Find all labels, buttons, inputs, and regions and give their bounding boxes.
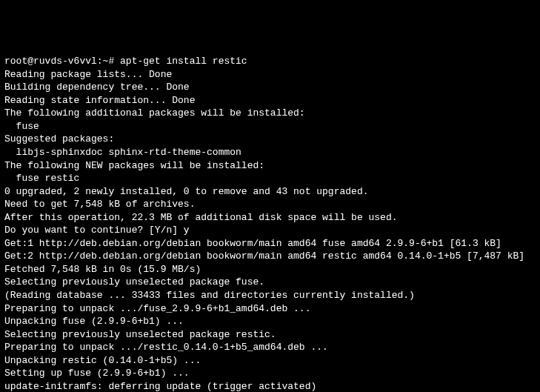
output-line: Need to get 7,548 kB of archives. (4, 198, 536, 211)
output-line: The following additional packages will b… (4, 107, 536, 120)
output-line: Get:1 http://deb.debian.org/debian bookw… (4, 237, 536, 250)
output-line: 0 upgraded, 2 newly installed, 0 to remo… (4, 185, 536, 199)
output-line: fuse restic (4, 172, 536, 185)
output-line: fuse (4, 120, 536, 133)
output-line: Get:2 http://deb.debian.org/debian bookw… (4, 250, 536, 263)
terminal-output[interactable]: root@ruvds-v6vvl:~# apt-get install rest… (4, 55, 536, 392)
output-line: Fetched 7,548 kB in 0s (15.9 MB/s) (4, 263, 536, 276)
output-line: Setting up fuse (2.9.9-6+b1) ... (4, 367, 536, 380)
terminal-command-line: root@ruvds-v6vvl:~# apt-get install rest… (4, 55, 536, 68)
output-line: Do you want to continue? [Y/n] y (4, 224, 536, 237)
output-line: Preparing to unpack .../fuse_2.9.9-6+b1_… (4, 302, 536, 316)
output-line: Preparing to unpack .../restic_0.14.0-1+… (4, 341, 536, 354)
shell-prompt: root@ruvds-v6vvl:~# (4, 56, 120, 67)
output-line: libjs-sphinxdoc sphinx-rtd-theme-common (4, 146, 536, 159)
output-line: The following NEW packages will be insta… (4, 159, 536, 173)
output-line: Building dependency tree... Done (4, 81, 536, 94)
output-line: Selecting previously unselected package … (4, 276, 536, 289)
output-line: Unpacking restic (0.14.0-1+b5) ... (4, 354, 536, 368)
output-line: (Reading database ... 33433 files and di… (4, 289, 536, 302)
typed-command: apt-get install restic (120, 56, 247, 67)
output-line: Unpacking fuse (2.9.9-6+b1) ... (4, 315, 536, 328)
output-line: Suggested packages: (4, 133, 536, 146)
output-line: Reading state information... Done (4, 94, 536, 107)
output-line: Selecting previously unselected package … (4, 328, 536, 342)
output-line: update-initramfs: deferring update (trig… (4, 380, 536, 392)
output-line: Reading package lists... Done (4, 68, 536, 82)
output-line: After this operation, 22.3 MB of additio… (4, 211, 536, 225)
